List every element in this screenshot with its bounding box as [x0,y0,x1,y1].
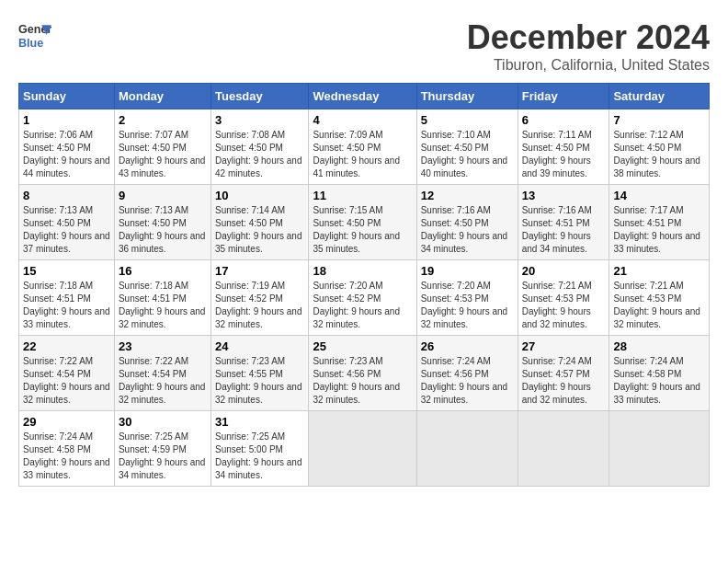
col-header-sunday: Sunday [19,84,115,109]
calendar-cell: 13 Sunrise: 7:16 AM Sunset: 4:51 PM Dayl… [518,185,609,260]
calendar-cell: 15 Sunrise: 7:18 AM Sunset: 4:51 PM Dayl… [19,260,115,336]
calendar-table: SundayMondayTuesdayWednesdayThursdayFrid… [18,83,710,487]
day-info: Sunrise: 7:21 AM Sunset: 4:53 PM Dayligh… [522,280,606,331]
calendar-cell [518,411,609,487]
week-row-4: 22 Sunrise: 7:22 AM Sunset: 4:54 PM Dayl… [19,336,710,411]
day-number: 11 [313,189,412,202]
day-number: 2 [119,113,207,127]
day-info: Sunrise: 7:24 AM Sunset: 4:58 PM Dayligh… [23,431,110,482]
day-info: Sunrise: 7:25 AM Sunset: 5:00 PM Dayligh… [215,431,304,482]
day-number: 14 [613,189,705,202]
day-info: Sunrise: 7:21 AM Sunset: 4:53 PM Dayligh… [613,280,705,331]
day-info: Sunrise: 7:10 AM Sunset: 4:50 PM Dayligh… [421,129,514,180]
calendar-subtitle: Tiburon, California, United States [467,57,710,74]
calendar-cell: 11 Sunrise: 7:15 AM Sunset: 4:50 PM Dayl… [309,185,416,260]
week-row-5: 29 Sunrise: 7:24 AM Sunset: 4:58 PM Dayl… [19,411,710,487]
calendar-cell: 7 Sunrise: 7:12 AM Sunset: 4:50 PM Dayli… [609,109,710,185]
day-number: 6 [522,113,606,127]
day-info: Sunrise: 7:20 AM Sunset: 4:53 PM Dayligh… [421,280,514,331]
day-info: Sunrise: 7:07 AM Sunset: 4:50 PM Dayligh… [119,129,207,180]
day-number: 30 [119,415,207,429]
day-number: 4 [313,113,412,127]
calendar-cell: 19 Sunrise: 7:20 AM Sunset: 4:53 PM Dayl… [416,260,518,336]
calendar-cell [416,411,518,487]
calendar-cell: 10 Sunrise: 7:14 AM Sunset: 4:50 PM Dayl… [210,185,308,260]
calendar-cell: 18 Sunrise: 7:20 AM Sunset: 4:52 PM Dayl… [309,260,416,336]
week-row-3: 15 Sunrise: 7:18 AM Sunset: 4:51 PM Dayl… [19,260,710,336]
day-number: 10 [215,189,304,202]
header: General Blue December 2024 Tiburon, Cali… [18,18,710,74]
day-number: 18 [313,264,412,278]
day-number: 8 [23,189,110,202]
day-info: Sunrise: 7:12 AM Sunset: 4:50 PM Dayligh… [613,129,705,180]
day-number: 24 [215,339,304,353]
calendar-cell: 20 Sunrise: 7:21 AM Sunset: 4:53 PM Dayl… [518,260,609,336]
calendar-cell: 2 Sunrise: 7:07 AM Sunset: 4:50 PM Dayli… [114,109,210,185]
calendar-cell: 23 Sunrise: 7:22 AM Sunset: 4:54 PM Dayl… [114,336,210,411]
day-number: 9 [119,189,207,202]
day-number: 16 [119,264,207,278]
col-header-saturday: Saturday [609,84,710,109]
day-info: Sunrise: 7:18 AM Sunset: 4:51 PM Dayligh… [119,280,207,331]
calendar-cell: 25 Sunrise: 7:23 AM Sunset: 4:56 PM Dayl… [309,336,416,411]
day-info: Sunrise: 7:23 AM Sunset: 4:56 PM Dayligh… [313,355,412,407]
day-number: 31 [215,415,304,429]
day-number: 12 [421,189,514,202]
day-number: 15 [23,264,110,278]
day-info: Sunrise: 7:17 AM Sunset: 4:51 PM Dayligh… [613,204,705,256]
day-number: 22 [23,339,110,353]
day-number: 27 [522,339,606,353]
calendar-cell: 29 Sunrise: 7:24 AM Sunset: 4:58 PM Dayl… [19,411,115,487]
day-info: Sunrise: 7:15 AM Sunset: 4:50 PM Dayligh… [313,204,412,256]
day-info: Sunrise: 7:22 AM Sunset: 4:54 PM Dayligh… [119,355,207,407]
calendar-cell: 31 Sunrise: 7:25 AM Sunset: 5:00 PM Dayl… [210,411,308,487]
general-blue-logo-icon: General Blue [18,18,51,52]
day-number: 29 [23,415,110,429]
calendar-title: December 2024 [467,18,710,57]
calendar-cell: 26 Sunrise: 7:24 AM Sunset: 4:56 PM Dayl… [416,336,518,411]
calendar-cell: 3 Sunrise: 7:08 AM Sunset: 4:50 PM Dayli… [210,109,308,185]
day-number: 5 [421,113,514,127]
day-info: Sunrise: 7:18 AM Sunset: 4:51 PM Dayligh… [23,280,110,331]
day-info: Sunrise: 7:24 AM Sunset: 4:57 PM Dayligh… [522,355,606,407]
calendar-cell [309,411,416,487]
day-info: Sunrise: 7:06 AM Sunset: 4:50 PM Dayligh… [23,129,110,180]
day-info: Sunrise: 7:25 AM Sunset: 4:59 PM Dayligh… [119,431,207,482]
day-number: 1 [23,113,110,127]
logo: General Blue [18,18,51,52]
col-header-friday: Friday [518,84,609,109]
day-number: 7 [613,113,705,127]
day-info: Sunrise: 7:23 AM Sunset: 4:55 PM Dayligh… [215,355,304,407]
day-info: Sunrise: 7:14 AM Sunset: 4:50 PM Dayligh… [215,204,304,256]
calendar-cell: 1 Sunrise: 7:06 AM Sunset: 4:50 PM Dayli… [19,109,115,185]
day-number: 19 [421,264,514,278]
col-header-monday: Monday [114,84,210,109]
day-info: Sunrise: 7:16 AM Sunset: 4:51 PM Dayligh… [522,204,606,256]
calendar-cell [609,411,710,487]
day-info: Sunrise: 7:22 AM Sunset: 4:54 PM Dayligh… [23,355,110,407]
day-number: 26 [421,339,514,353]
col-header-thursday: Thursday [416,84,518,109]
week-row-2: 8 Sunrise: 7:13 AM Sunset: 4:50 PM Dayli… [19,185,710,260]
day-number: 23 [119,339,207,353]
day-info: Sunrise: 7:20 AM Sunset: 4:52 PM Dayligh… [313,280,412,331]
day-number: 21 [613,264,705,278]
calendar-cell: 30 Sunrise: 7:25 AM Sunset: 4:59 PM Dayl… [114,411,210,487]
day-info: Sunrise: 7:24 AM Sunset: 4:56 PM Dayligh… [421,355,514,407]
day-info: Sunrise: 7:16 AM Sunset: 4:50 PM Dayligh… [421,204,514,256]
svg-text:Blue: Blue [18,37,43,50]
day-number: 28 [613,339,705,353]
calendar-cell: 28 Sunrise: 7:24 AM Sunset: 4:58 PM Dayl… [609,336,710,411]
week-row-1: 1 Sunrise: 7:06 AM Sunset: 4:50 PM Dayli… [19,109,710,185]
day-info: Sunrise: 7:13 AM Sunset: 4:50 PM Dayligh… [119,204,207,256]
day-info: Sunrise: 7:24 AM Sunset: 4:58 PM Dayligh… [613,355,705,407]
calendar-cell: 24 Sunrise: 7:23 AM Sunset: 4:55 PM Dayl… [210,336,308,411]
day-info: Sunrise: 7:11 AM Sunset: 4:50 PM Dayligh… [522,129,606,180]
calendar-cell: 17 Sunrise: 7:19 AM Sunset: 4:52 PM Dayl… [210,260,308,336]
col-header-wednesday: Wednesday [309,84,416,109]
day-number: 3 [215,113,304,127]
day-info: Sunrise: 7:19 AM Sunset: 4:52 PM Dayligh… [215,280,304,331]
day-info: Sunrise: 7:08 AM Sunset: 4:50 PM Dayligh… [215,129,304,180]
col-header-tuesday: Tuesday [210,84,308,109]
calendar-cell: 16 Sunrise: 7:18 AM Sunset: 4:51 PM Dayl… [114,260,210,336]
